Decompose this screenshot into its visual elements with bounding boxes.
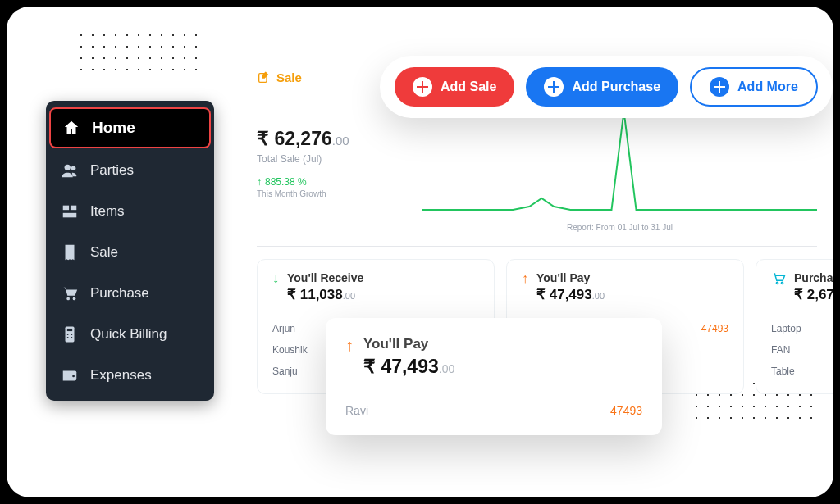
chart-caption: Report: From 01 Jul to 31 Jul bbox=[422, 223, 817, 232]
plus-icon bbox=[710, 77, 729, 97]
floating-pay-card: ↑ You'll Pay ₹ 47,493.00 Ravi 47493 bbox=[326, 318, 662, 435]
svg-point-9 bbox=[67, 334, 69, 335]
svg-point-6 bbox=[73, 297, 76, 301]
floating-card-row: Ravi 47493 bbox=[345, 404, 642, 417]
calculator-icon bbox=[61, 325, 79, 343]
action-bar: Add Sale Add Purchase Add More bbox=[380, 56, 833, 118]
sidebar-item-label: Parties bbox=[90, 162, 134, 179]
boxes-icon bbox=[61, 202, 79, 220]
sale-chart: Report: From 01 Jul to 31 Jul bbox=[422, 102, 817, 241]
card-amount: ₹ 2,67, bbox=[794, 286, 833, 303]
sidebar-item-expenses[interactable]: Expenses bbox=[46, 355, 214, 396]
svg-point-15 bbox=[776, 282, 778, 284]
users-icon bbox=[61, 161, 79, 179]
total-sale-amount: ₹ 62,276.00 bbox=[257, 128, 349, 150]
cart-icon bbox=[771, 271, 786, 289]
sidebar-item-parties[interactable]: Parties bbox=[46, 150, 214, 191]
sale-kpi: ₹ 62,276.00 Total Sale (Jul) ↑ 885.38 % … bbox=[257, 128, 349, 198]
floating-card-amount: ₹ 47,493.00 bbox=[363, 356, 454, 378]
total-sale-subtitle: Total Sale (Jul) bbox=[257, 153, 349, 165]
button-label: Add Sale bbox=[441, 79, 496, 94]
button-label: Add Purchase bbox=[572, 79, 660, 94]
sidebar-item-label: Expenses bbox=[90, 367, 152, 384]
arrow-up-icon: ↑ bbox=[345, 336, 354, 355]
row-value: 47493 bbox=[610, 404, 642, 417]
wallet-icon bbox=[61, 366, 79, 384]
arrow-up-icon: ↑ bbox=[257, 176, 262, 188]
purchase-card[interactable]: Purchase ₹ 2,67, Laptop FAN Table bbox=[756, 259, 833, 394]
cart-icon bbox=[61, 284, 79, 302]
svg-rect-4 bbox=[63, 213, 77, 218]
row-name: Ravi bbox=[345, 404, 368, 417]
card-title: Purchase bbox=[794, 271, 833, 284]
svg-point-0 bbox=[65, 165, 71, 170]
plus-icon bbox=[544, 77, 564, 97]
receipt-icon bbox=[61, 243, 79, 261]
app-frame: Home Parties Items Sale Purchase bbox=[7, 7, 833, 497]
card-title: You'll Pay bbox=[536, 271, 605, 284]
list-item: FAN bbox=[771, 339, 833, 361]
line-chart-svg bbox=[422, 102, 817, 216]
horizontal-divider bbox=[257, 246, 817, 247]
sidebar-item-label: Purchase bbox=[90, 285, 149, 302]
card-title: You'll Receive bbox=[287, 271, 363, 284]
sidebar-item-label: Sale bbox=[90, 244, 118, 261]
list-item: Table bbox=[771, 361, 833, 382]
add-sale-button[interactable]: Add Sale bbox=[395, 67, 514, 107]
svg-rect-3 bbox=[71, 206, 76, 210]
arrow-up-icon: ↑ bbox=[522, 271, 528, 286]
svg-rect-8 bbox=[67, 329, 72, 331]
decorative-dots-tl bbox=[75, 30, 199, 79]
sale-section-label: Sale bbox=[257, 70, 302, 84]
svg-point-12 bbox=[71, 337, 72, 338]
sidebar-item-purchase[interactable]: Purchase bbox=[46, 273, 214, 314]
main-content: Add Sale Add Purchase Add More Sale ₹ 62… bbox=[249, 56, 833, 497]
floating-card-title: You'll Pay bbox=[363, 336, 454, 352]
svg-point-10 bbox=[71, 334, 72, 335]
growth-pct: 885.38 % bbox=[265, 176, 307, 188]
sale-label-text: Sale bbox=[276, 70, 302, 84]
svg-point-13 bbox=[72, 375, 75, 378]
svg-point-16 bbox=[781, 282, 783, 284]
sidebar-item-label: Quick Billing bbox=[90, 326, 167, 343]
button-label: Add More bbox=[737, 79, 798, 94]
card-amount: ₹ 47,493.00 bbox=[536, 286, 605, 303]
svg-rect-2 bbox=[63, 206, 69, 210]
growth-label: This Month Growth bbox=[257, 189, 349, 198]
sidebar-item-home[interactable]: Home bbox=[49, 107, 211, 148]
add-more-button[interactable]: Add More bbox=[690, 67, 818, 107]
sidebar-item-label: Home bbox=[92, 119, 135, 137]
plus-icon bbox=[413, 77, 432, 97]
arrow-down-icon: ↓ bbox=[272, 271, 279, 286]
sidebar-item-items[interactable]: Items bbox=[46, 191, 214, 232]
growth-indicator: ↑ 885.38 % bbox=[257, 176, 349, 188]
vertical-divider bbox=[413, 113, 413, 234]
edit-icon bbox=[257, 71, 270, 84]
sidebar-item-sale[interactable]: Sale bbox=[46, 232, 214, 273]
sidebar-item-label: Items bbox=[90, 203, 125, 220]
home-icon bbox=[62, 119, 80, 137]
sidebar: Home Parties Items Sale Purchase bbox=[46, 101, 214, 401]
svg-point-5 bbox=[66, 297, 70, 301]
svg-point-11 bbox=[67, 337, 69, 338]
add-purchase-button[interactable]: Add Purchase bbox=[526, 67, 678, 107]
list-item: Laptop bbox=[771, 318, 833, 339]
svg-point-1 bbox=[71, 166, 76, 171]
sidebar-item-quick-billing[interactable]: Quick Billing bbox=[46, 314, 214, 355]
card-amount: ₹ 11,038.00 bbox=[287, 286, 363, 303]
